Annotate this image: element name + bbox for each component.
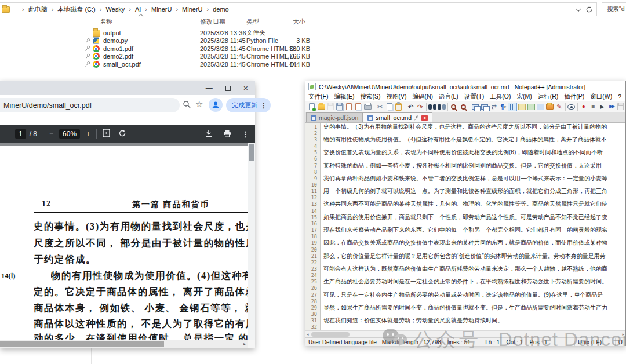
pdf-more-menu-icon[interactable]: ⋮ — [242, 130, 249, 139]
close-file-icon[interactable] — [344, 102, 354, 111]
refresh-icon[interactable] — [585, 6, 593, 13]
breadcrumb-item[interactable]: Wesky — [105, 6, 125, 13]
editor-line[interactable]: 13 这种共同东西不可能是商品的某种天然属性，几何的、物理的、化学的属性等等。商… — [305, 201, 625, 208]
new-file-icon[interactable] — [307, 102, 316, 111]
breadcrumb-item[interactable]: AI — [135, 6, 141, 13]
menu-item[interactable]: 编码(N) — [409, 93, 436, 101]
breadcrumb-item[interactable]: demo — [213, 6, 229, 13]
editor-line[interactable]: 32 — [305, 324, 625, 330]
view-eye-icon[interactable] — [567, 102, 576, 111]
print-icon[interactable] — [363, 102, 372, 111]
find-icon[interactable] — [428, 102, 437, 111]
editor-line[interactable]: 9 我们再拿两种商品例如小麦和铁来说。不管二者的交换比例怎样，总是可以用一个等式… — [305, 175, 625, 181]
bookmark-star-icon[interactable]: ☆ — [195, 99, 203, 110]
sync-vertical-icon[interactable] — [471, 102, 480, 111]
zoom-out-icon[interactable]: − — [458, 102, 468, 111]
zoom-in-icon[interactable]: + — [449, 102, 458, 111]
editor-line[interactable]: 1 史的事情。（3)为有用物的量找到社会尺度，也是这样。商品的这些尺度之所以不同… — [305, 123, 625, 130]
fit-page-button[interactable] — [103, 129, 110, 139]
profile-avatar[interactable] — [209, 98, 223, 112]
editor-line[interactable]: 27 可见，只是在一定社会内生产物品所必要的劳动量或劳动时间，决定该物品的价值量… — [305, 292, 625, 298]
close-tab-icon[interactable]: x — [421, 115, 428, 121]
vertical-scroll-thumb[interactable] — [249, 144, 254, 161]
editor-line[interactable]: 15 如果把商品的使用价值撇开，商品就只剩下一个性质，即劳动产品这个性质。可是劳… — [305, 214, 625, 220]
editor-line[interactable]: 31 现在我们知道：价值实体就是劳动；劳动量的尺度就是劳动持续时间。 — [305, 318, 625, 324]
editor-horizontal-scrollbar[interactable]: ◂ ▸ — [305, 330, 625, 337]
play-macro-icon[interactable]: ▶ — [598, 102, 607, 111]
replace-icon[interactable] — [437, 102, 446, 111]
tab-small-ocr-md[interactable]: small_ocr.md x — [363, 112, 432, 122]
editor-line[interactable]: 3 物的有用性使物成为使用价值。（4)但这种有用性不是飘忽不定的。它决定于商品体… — [305, 136, 625, 143]
menu-item[interactable]: 运行(R) — [535, 93, 562, 101]
save-all-icon[interactable] — [335, 102, 344, 111]
column-header-date[interactable]: 修改日期 — [200, 17, 225, 26]
pin-tab-icon[interactable] — [414, 115, 419, 121]
notepadpp-titlebar[interactable]: C:\Wesky\AI\MinerU\MinerU\demo\output\sm… — [305, 81, 625, 92]
document-list-icon[interactable] — [536, 102, 545, 111]
menu-item[interactable]: 插件(P) — [561, 93, 587, 101]
close-all-icon[interactable] — [354, 102, 363, 111]
menu-item[interactable]: 视图(V) — [383, 93, 409, 101]
zoom-out-button[interactable]: − — [49, 130, 53, 138]
tab-magic-pdf-json[interactable]: magic-pdf.json — [306, 112, 363, 122]
file-row[interactable]: small_ocr.pdf 2025/3/28 11:45 Chrome HTM… — [0, 60, 325, 68]
scroll-right-arrow-icon[interactable]: ▸ — [243, 341, 246, 347]
column-header-type[interactable]: 类型 — [246, 17, 259, 26]
editor-line[interactable]: 29 显然，如果生产商品所需要的时间不变，商品的价值量也就不变。但是，生产商品所… — [305, 304, 625, 311]
column-header-name[interactable]: 名称 — [100, 17, 112, 26]
address-dropdown-icon[interactable] — [576, 6, 581, 12]
url-bar[interactable]: MinerU/demo/small_ocr.pdf — [0, 98, 180, 112]
indent-guide-icon[interactable] — [508, 102, 517, 111]
horizontal-scrollbar[interactable]: ▸ — [0, 340, 248, 348]
close-button[interactable]: × — [243, 84, 248, 92]
file-row[interactable]: demo2.pdf 2025/3/28 11:45 Chrome HTML D.… — [0, 53, 325, 61]
maximize-button[interactable] — [225, 86, 231, 91]
print-button[interactable] — [223, 129, 231, 139]
minimize-button[interactable]: — — [206, 85, 213, 92]
save-icon[interactable] — [326, 102, 335, 111]
copy-icon[interactable] — [385, 102, 394, 111]
menu-item[interactable]: 工具(O) — [487, 93, 514, 101]
editor-line[interactable]: 19 因此，在商品交换关系或商品的交换价值中表现出来的某种共同的东西，就是商品的… — [305, 240, 625, 246]
run-macro-multiple-icon[interactable]: ▶▶ — [607, 102, 616, 111]
editor-hscroll-thumb[interactable] — [311, 332, 350, 337]
record-macro-icon[interactable]: ● — [579, 102, 588, 111]
search-input[interactable]: 搜索"d — [602, 2, 626, 16]
cut-icon[interactable]: ✂ — [376, 102, 385, 111]
menu-item[interactable]: 语言(L) — [436, 93, 461, 101]
chrome-menu-icon[interactable]: ⋮ — [260, 101, 267, 110]
open-file-icon[interactable] — [316, 102, 326, 111]
editor-line[interactable]: 23 可能会有人这样认为，既然商品的价值由生产商品所耗费的劳动量来决定，那么一个… — [305, 265, 625, 272]
rotate-button[interactable] — [118, 129, 126, 139]
save-macro-icon[interactable] — [616, 102, 625, 111]
editor-line[interactable]: 17 现在我们来考察劳动产品剩下来的东西。它们中的每一个和另一个都完全相同。它们… — [305, 227, 625, 234]
page-number-input[interactable]: 1 — [15, 129, 26, 139]
undo-icon[interactable]: ↶ — [406, 102, 416, 111]
sync-horizontal-icon[interactable] — [480, 102, 489, 111]
file-row[interactable]: demo1.pdf 2025/3/28 11:45 Chrome HTML D.… — [0, 45, 325, 53]
menu-item[interactable]: 文件(F) — [305, 93, 331, 101]
zoom-page-icon[interactable] — [183, 100, 191, 111]
zoom-level-input[interactable]: 60% — [59, 129, 80, 139]
zoom-in-button[interactable]: + — [86, 129, 90, 139]
download-button[interactable] — [205, 129, 213, 139]
stop-macro-icon[interactable]: ■ — [588, 102, 598, 111]
show-all-characters-icon[interactable]: ¶ ▾ — [498, 102, 508, 111]
editor-line[interactable]: 5 交换价值首先表现为量的关系，表现为不同种使用价值彼此相交换的比例(6)，即随… — [305, 150, 625, 156]
redo-icon[interactable]: ↷ — [416, 102, 425, 111]
editor-line[interactable]: 11 用一个初级几何的例子就可以说明这一点。为了测量和比较各种直线形的面积，就把… — [305, 188, 625, 195]
horizontal-scroll-thumb[interactable] — [0, 341, 164, 347]
menu-item[interactable]: 编辑(E) — [331, 93, 357, 101]
file-monitoring-icon[interactable]: ✎ — [555, 102, 564, 111]
vertical-scrollbar[interactable] — [248, 143, 255, 340]
breadcrumb-item[interactable]: 本地磁盘 (C:) — [57, 5, 95, 14]
menu-item[interactable]: 搜索(S) — [357, 93, 383, 101]
editor-line[interactable]: 7 某种特殊的商品，例如一夸特小麦，按各种极不相同的比例同别的商品交换。但是，它… — [305, 162, 625, 169]
function-list-icon[interactable] — [517, 102, 526, 111]
document-map-icon[interactable] — [526, 102, 536, 111]
file-row[interactable]: output 2025/3/28 13:36 文件夹 — [0, 29, 325, 37]
file-row[interactable]: demo.py 2025/3/28 11:45 Python File 3 KB — [0, 37, 325, 45]
folder-as-workspace-icon[interactable] — [545, 102, 555, 111]
menu-item[interactable]: ? — [615, 93, 624, 100]
breadcrumb-item[interactable]: 此电脑 — [28, 5, 48, 14]
